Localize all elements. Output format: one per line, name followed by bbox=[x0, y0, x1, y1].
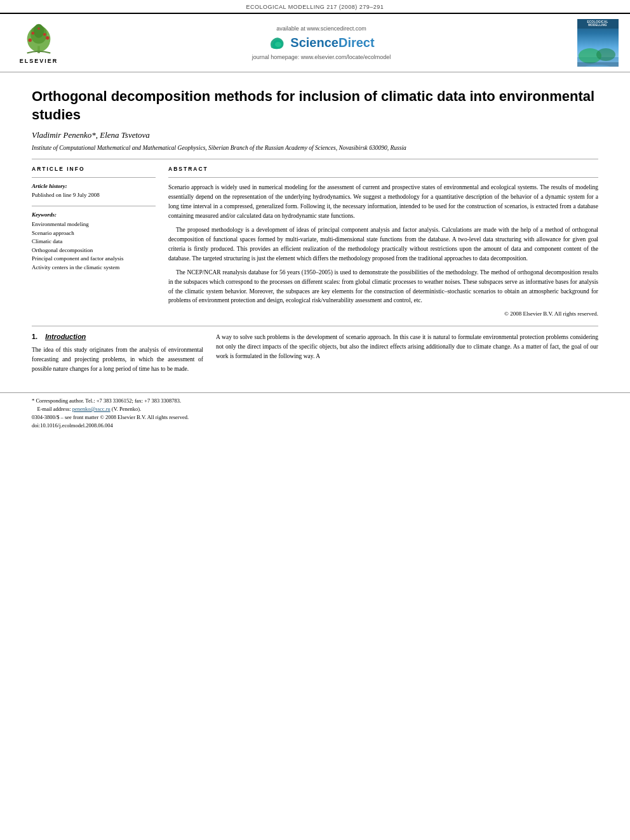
divider-article-info bbox=[32, 177, 156, 178]
available-text: available at www.sciencedirect.com bbox=[276, 25, 366, 32]
authors: Vladimir Penenko*, Elena Tsvetova bbox=[32, 130, 598, 140]
svg-point-12 bbox=[596, 48, 615, 61]
cover-title: ECOLOGICALMODELLING bbox=[579, 20, 617, 27]
copyright: © 2008 Elsevier B.V. All rights reserved… bbox=[168, 310, 598, 317]
svg-point-3 bbox=[34, 24, 44, 38]
divider-keywords bbox=[32, 206, 156, 206]
journal-cover: ECOLOGICALMODELLING bbox=[575, 19, 620, 67]
footnote-email-link[interactable]: penenko@sscc.ru bbox=[72, 406, 111, 412]
svg-point-6 bbox=[32, 32, 35, 35]
footnote-author: * Corresponding author. Tel.: +7 383 330… bbox=[32, 397, 181, 404]
abstract-heading: ABSTRACT bbox=[168, 166, 598, 172]
main-content: Orthogonal decomposition methods for inc… bbox=[0, 72, 630, 380]
affiliation: Institute of Computational Mathematical … bbox=[32, 144, 598, 152]
keyword-6: Activity centers in the climatic system bbox=[32, 263, 156, 272]
svg-point-9 bbox=[275, 42, 281, 47]
keyword-3: Climatic data bbox=[32, 237, 156, 246]
footnote-doi: doi:10.1016/j.ecolmodel.2008.06.004 bbox=[32, 422, 598, 430]
intro-left-text: The idea of this study originates from t… bbox=[32, 345, 203, 373]
section1-header: 1. Introduction bbox=[32, 333, 203, 340]
sciencedirect-label: ScienceDirect bbox=[290, 36, 374, 50]
intro-left-col: 1. Introduction The idea of this study o… bbox=[32, 333, 203, 373]
elsevier-label: ELSEVIER bbox=[20, 58, 58, 64]
page: ECOLOGICAL MODELLING 217 (2008) 279–291 bbox=[0, 0, 630, 840]
section1-title: Introduction bbox=[45, 333, 86, 340]
cover-landscape-icon bbox=[577, 32, 619, 67]
cover-image: ECOLOGICALMODELLING bbox=[577, 19, 619, 67]
section1-number: 1. bbox=[32, 333, 37, 340]
footnote-email-label: E-mail address: bbox=[37, 406, 71, 412]
keywords-label: Keywords: bbox=[32, 211, 156, 218]
cover-title-box: ECOLOGICALMODELLING bbox=[577, 19, 619, 29]
introduction-section: 1. Introduction The idea of this study o… bbox=[32, 326, 598, 373]
keyword-4: Orthogonal decomposition bbox=[32, 246, 156, 255]
abstract-text: Scenario approach is widely used in nume… bbox=[168, 183, 598, 305]
footnote-email-suffix: (V. Penenko). bbox=[112, 406, 141, 412]
journal-homepage: journal homepage: www.elsevier.com/locat… bbox=[252, 54, 391, 60]
svg-point-4 bbox=[29, 39, 32, 42]
journal-bar: ECOLOGICAL MODELLING 217 (2008) 279–291 bbox=[0, 0, 630, 13]
sciencedirect-icon bbox=[268, 36, 287, 50]
footnote-section: * Corresponding author. Tel.: +7 383 330… bbox=[0, 392, 630, 436]
svg-point-8 bbox=[37, 27, 40, 30]
abstract-col: ABSTRACT Scenario approach is widely use… bbox=[168, 166, 598, 317]
keywords-list: Environmental modeling Scenario approach… bbox=[32, 220, 156, 272]
header-middle: available at www.sciencedirect.com Scien… bbox=[74, 25, 569, 60]
intro-right-text: A way to solve such problems is the deve… bbox=[216, 333, 598, 361]
article-title: Orthogonal decomposition methods for inc… bbox=[32, 88, 598, 124]
footnote-corresponding: * Corresponding author. Tel.: +7 383 330… bbox=[32, 397, 598, 405]
abstract-para-1: Scenario approach is widely used in nume… bbox=[168, 183, 598, 220]
article-info-abstract-section: ARTICLE INFO Article history: Published … bbox=[32, 166, 598, 317]
article-info-col: ARTICLE INFO Article history: Published … bbox=[32, 166, 156, 317]
intro-two-col: 1. Introduction The idea of this study o… bbox=[32, 333, 598, 373]
keyword-2: Scenario approach bbox=[32, 229, 156, 238]
history-value: Published on line 9 July 2008 bbox=[32, 191, 156, 199]
divider-after-affiliation bbox=[32, 159, 598, 159]
history-label: Article history: bbox=[32, 183, 156, 189]
footnote-email-line: E-mail address: penenko@sscc.ru (V. Pene… bbox=[32, 405, 598, 413]
keyword-1: Environmental modeling bbox=[32, 220, 156, 229]
svg-point-5 bbox=[46, 36, 50, 40]
elsevier-logo: ELSEVIER bbox=[10, 22, 67, 64]
abstract-para-2: The proposed methodology is a developmen… bbox=[168, 225, 598, 263]
keyword-5: Principal component and factor analysis bbox=[32, 255, 156, 263]
intro-right-col: A way to solve such problems is the deve… bbox=[216, 333, 598, 373]
journal-citation: ECOLOGICAL MODELLING 217 (2008) 279–291 bbox=[246, 4, 384, 10]
svg-point-7 bbox=[43, 33, 46, 36]
footnote-rights: 0304-3800/$ – see front matter © 2008 El… bbox=[32, 413, 598, 422]
sciencedirect-logo: ScienceDirect bbox=[268, 36, 374, 50]
elsevier-tree-icon bbox=[17, 22, 61, 57]
article-info-heading: ARTICLE INFO bbox=[32, 166, 156, 172]
abstract-para-3: The NCEP/NCAR reanalysis database for 56… bbox=[168, 268, 598, 305]
header-section: ELSEVIER available at www.sciencedirect.… bbox=[0, 13, 630, 72]
divider-abstract bbox=[168, 177, 598, 178]
